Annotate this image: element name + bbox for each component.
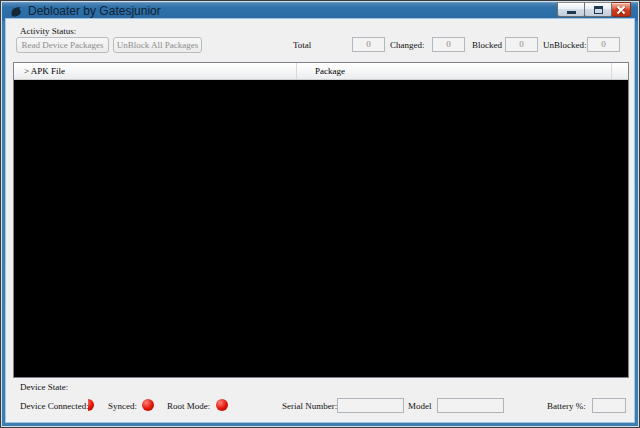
- device-state-label: Device State:: [20, 382, 68, 392]
- battery-label: Battery %:: [547, 401, 586, 411]
- total-field[interactable]: 0: [352, 37, 385, 52]
- device-connected-label: Device Connected:: [20, 401, 89, 411]
- model-field[interactable]: [437, 398, 504, 413]
- close-icon: [616, 5, 626, 15]
- column-header-filler: [612, 63, 628, 79]
- unblocked-field[interactable]: 0: [587, 37, 620, 52]
- package-column-label: Package: [315, 66, 345, 76]
- window-title: Debloater by Gatesjunior: [28, 4, 161, 18]
- blocked-field[interactable]: 0: [505, 37, 538, 52]
- column-header-package[interactable]: Package: [297, 63, 612, 79]
- app-window: Debloater by Gatesjunior Activity Status…: [0, 0, 640, 428]
- titlebar[interactable]: Debloater by Gatesjunior: [1, 1, 639, 21]
- root-mode-indicator: [216, 399, 228, 411]
- blocked-label: Blocked: [472, 40, 502, 50]
- maximize-icon: [594, 6, 603, 14]
- package-table-header: > APK File Package: [14, 63, 628, 80]
- total-label: Total: [293, 40, 311, 50]
- changed-label: Changed:: [390, 40, 425, 50]
- serial-number-field[interactable]: [337, 398, 404, 413]
- unblocked-label: UnBlocked:: [543, 40, 587, 50]
- serial-number-label: Serial Number:: [282, 401, 337, 411]
- battery-field[interactable]: [592, 398, 626, 413]
- app-icon: [10, 5, 23, 18]
- column-header-apk-file[interactable]: > APK File: [14, 63, 297, 79]
- read-device-packages-button[interactable]: Read Device Packages: [16, 37, 109, 53]
- client-area: Activity Status: Read Device Packages Un…: [8, 21, 632, 420]
- maximize-button[interactable]: [585, 2, 612, 17]
- package-list-body[interactable]: [14, 80, 628, 377]
- minimize-icon: [567, 11, 576, 14]
- apk-file-column-label: APK File: [31, 66, 65, 76]
- minimize-button[interactable]: [557, 2, 585, 17]
- led-icon: [88, 399, 94, 411]
- synced-indicator: [142, 399, 154, 411]
- synced-label: Synced:: [108, 401, 137, 411]
- unblock-all-packages-button[interactable]: UnBlock All Packages: [113, 37, 202, 53]
- window-controls: [557, 2, 631, 17]
- expand-icon: >: [24, 66, 29, 76]
- model-label: Model: [408, 401, 432, 411]
- root-mode-label: Root Mode:: [167, 401, 210, 411]
- activity-status-label: Activity Status:: [20, 26, 76, 36]
- package-table: > APK File Package: [13, 62, 629, 378]
- changed-field[interactable]: 0: [432, 37, 465, 52]
- close-button[interactable]: [612, 2, 631, 17]
- device-connected-indicator: [88, 399, 94, 411]
